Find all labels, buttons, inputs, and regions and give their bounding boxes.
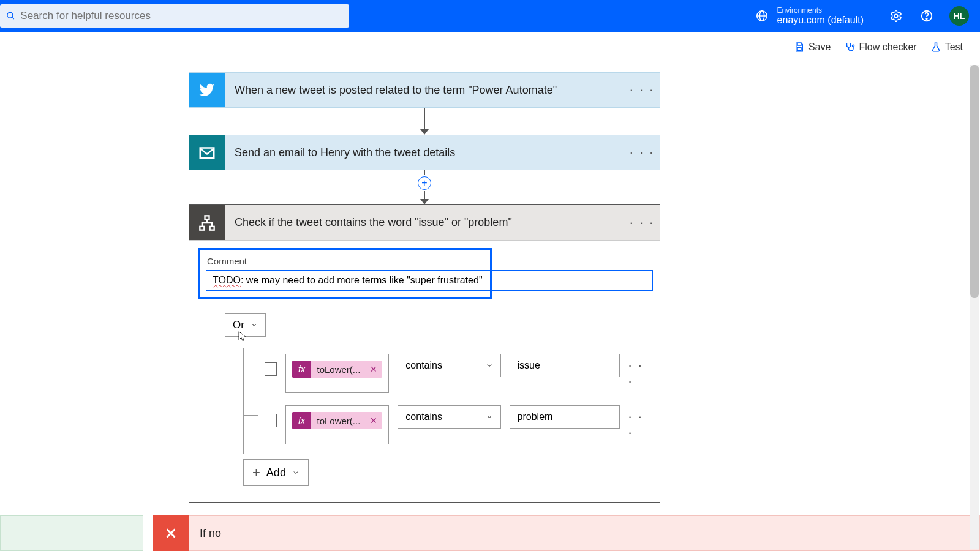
gear-icon[interactable] [889, 9, 903, 23]
svg-line-1 [12, 17, 14, 19]
if-no-label: If no [189, 515, 980, 551]
step-menu-button[interactable]: · · · [624, 205, 660, 240]
rule-operator-select[interactable]: contains [398, 354, 500, 377]
chevron-down-icon [486, 413, 493, 421]
add-label: Add [266, 467, 286, 479]
search-input[interactable] [20, 10, 343, 22]
if-yes-branch[interactable] [0, 515, 143, 551]
global-search[interactable] [0, 4, 349, 28]
rule-value-input[interactable] [510, 354, 620, 377]
condition-rule: fx toLower(... ✕ contains · · · [244, 348, 651, 399]
expression-token[interactable]: fx toLower(... ✕ [292, 412, 382, 429]
svg-rect-13 [200, 226, 204, 230]
env-label: Environments [777, 7, 864, 15]
svg-rect-8 [797, 43, 801, 45]
rule-operator-select[interactable]: contains [398, 405, 500, 429]
condition-icon [189, 205, 225, 240]
flask-icon [930, 42, 941, 53]
rule-checkbox[interactable] [265, 414, 277, 427]
user-avatar[interactable]: HL [949, 6, 969, 26]
email-title: Send an email to Henry with the tweet de… [225, 135, 624, 170]
flow-checker-button[interactable]: Flow checker [844, 42, 916, 53]
svg-point-5 [894, 14, 898, 18]
comment-input[interactable]: TODO: we may need to add more terms like… [206, 270, 653, 291]
mail-icon [189, 135, 225, 170]
svg-point-7 [926, 18, 927, 19]
app-topbar: Environments enayu.com (default) HL [0, 0, 980, 32]
step-menu-button[interactable]: · · · [624, 73, 660, 107]
condition-rule: fx toLower(... ✕ contains · · · [244, 399, 651, 451]
test-label: Test [945, 42, 963, 53]
trigger-step[interactable]: When a new tweet is posted related to th… [189, 72, 660, 108]
condition-group: Or fx toLower(... ✕ [198, 313, 651, 486]
group-operator-select[interactable]: Or [225, 313, 266, 337]
step-menu-button[interactable]: · · · [624, 135, 660, 170]
add-rule-button[interactable]: + Add [243, 459, 309, 486]
svg-rect-12 [205, 216, 209, 219]
comment-box: Comment TODO: we may need to add more te… [198, 248, 492, 299]
chevron-down-icon [251, 321, 258, 329]
connector-arrow-plus: + [189, 170, 660, 204]
rule-left-operand[interactable]: fx toLower(... ✕ [285, 405, 389, 444]
stethoscope-icon [844, 42, 855, 53]
env-name: enayu.com (default) [777, 15, 864, 26]
fx-text: toLower(... [311, 364, 365, 375]
if-no-branch[interactable]: If no [153, 515, 980, 551]
globe-icon [755, 9, 769, 23]
rule-menu-button[interactable]: · · · [628, 358, 651, 389]
flow-canvas[interactable]: When a new tweet is posted related to th… [0, 62, 980, 551]
rule-checkbox[interactable] [265, 362, 277, 376]
twitter-icon [189, 73, 225, 107]
expression-token[interactable]: fx toLower(... ✕ [292, 361, 382, 378]
rule-left-operand[interactable]: fx toLower(... ✕ [285, 354, 389, 393]
vertical-scrollbar[interactable] [970, 65, 979, 549]
remove-token-button[interactable]: ✕ [365, 364, 382, 374]
close-icon [153, 515, 189, 551]
save-label: Save [809, 42, 831, 53]
fx-text: toLower(... [311, 416, 365, 426]
scroll-thumb[interactable] [970, 65, 979, 298]
chevron-down-icon [486, 362, 493, 369]
rule-value-input[interactable] [510, 405, 620, 429]
plus-icon: + [252, 465, 260, 481]
condition-title: Check if the tweet contains the word "is… [225, 205, 624, 240]
svg-rect-9 [797, 47, 801, 50]
rule-menu-button[interactable]: · · · [628, 409, 651, 441]
environment-picker[interactable]: Environments enayu.com (default) [755, 7, 864, 26]
fx-icon: fx [292, 412, 311, 429]
search-icon [6, 11, 15, 21]
svg-point-0 [7, 12, 13, 18]
save-icon [794, 42, 805, 53]
email-step[interactable]: Send an email to Henry with the tweet de… [189, 135, 660, 170]
fx-icon: fx [292, 361, 311, 378]
trigger-title: When a new tweet is posted related to th… [225, 73, 624, 107]
test-button[interactable]: Test [930, 42, 963, 53]
comment-label: Comment [206, 253, 484, 270]
designer-toolbar: Save Flow checker Test [0, 32, 980, 62]
insert-step-button[interactable]: + [418, 176, 431, 190]
save-button[interactable]: Save [794, 42, 831, 53]
connector-arrow [189, 108, 660, 135]
remove-token-button[interactable]: ✕ [365, 416, 382, 425]
operator-label: contains [405, 360, 442, 371]
flow-checker-label: Flow checker [859, 42, 916, 53]
svg-point-10 [853, 45, 854, 47]
help-icon[interactable] [920, 9, 933, 23]
condition-header[interactable]: Check if the tweet contains the word "is… [189, 205, 660, 241]
condition-step: Check if the tweet contains the word "is… [189, 204, 660, 503]
chevron-down-icon [292, 469, 300, 476]
operator-label: contains [405, 411, 442, 422]
svg-rect-14 [210, 226, 214, 230]
group-operator-label: Or [233, 319, 244, 331]
